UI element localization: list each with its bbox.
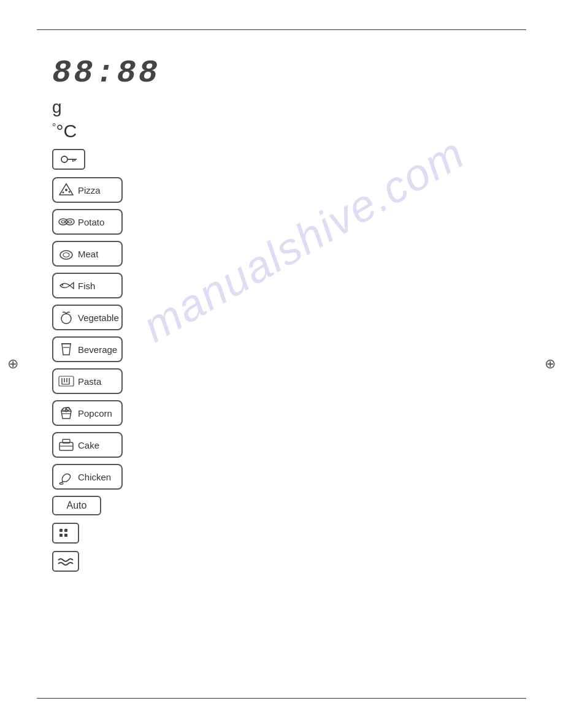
potato-icon <box>57 213 75 230</box>
watermark: manualshive.com <box>134 127 473 352</box>
svg-point-13 <box>63 253 69 257</box>
beverage-button[interactable]: Beverage <box>52 336 123 362</box>
pasta-button[interactable]: Pasta <box>52 368 123 394</box>
fish-label: Fish <box>78 281 95 291</box>
potato-button[interactable]: Potato <box>52 209 123 235</box>
svg-point-12 <box>60 251 72 259</box>
svg-point-9 <box>61 221 65 223</box>
popcorn-icon <box>57 404 75 422</box>
chicken-button[interactable]: Chicken <box>52 464 123 490</box>
key-lock-button[interactable] <box>52 149 85 170</box>
right-crosshair: ⊕ <box>545 356 556 372</box>
popcorn-button[interactable]: Popcorn <box>52 400 123 426</box>
wave-grill-icon <box>56 555 75 567</box>
pizza-icon <box>57 181 75 199</box>
potato-label: Potato <box>78 217 104 227</box>
svg-rect-39 <box>64 534 67 537</box>
cake-label: Cake <box>78 440 99 450</box>
svg-point-11 <box>68 221 72 223</box>
top-divider <box>37 29 526 30</box>
vegetable-label: Vegetable <box>78 313 119 323</box>
svg-rect-36 <box>59 529 63 532</box>
vegetable-icon <box>57 309 75 326</box>
fish-button[interactable]: Fish <box>52 273 123 298</box>
key-lock-icon <box>58 154 79 165</box>
meat-icon <box>57 245 75 262</box>
auto-button[interactable]: Auto <box>52 496 101 515</box>
svg-point-10 <box>66 219 74 225</box>
auto-label: Auto <box>67 500 87 511</box>
cake-button[interactable]: Cake <box>52 432 123 458</box>
chicken-label: Chicken <box>78 472 111 482</box>
clock-display: 88:88 <box>52 55 160 91</box>
fish-icon <box>57 277 75 294</box>
pasta-label: Pasta <box>78 376 101 387</box>
bottom-divider <box>37 698 526 699</box>
grid-icon-button[interactable] <box>52 523 79 544</box>
snowflake-grid-icon <box>57 526 74 540</box>
svg-point-1 <box>61 156 67 162</box>
svg-rect-38 <box>59 534 63 537</box>
svg-point-29 <box>65 409 67 412</box>
svg-point-5 <box>65 189 67 191</box>
wave-icon-button[interactable] <box>52 551 79 572</box>
cake-icon <box>57 436 75 453</box>
svg-rect-37 <box>64 529 67 532</box>
left-crosshair: ⊕ <box>7 356 18 372</box>
popcorn-label: Popcorn <box>78 408 112 419</box>
pizza-button[interactable]: Pizza <box>52 177 123 203</box>
svg-point-14 <box>62 284 63 286</box>
beverage-icon <box>57 341 75 358</box>
beverage-label: Beverage <box>78 344 117 355</box>
unit-g: g <box>52 97 160 117</box>
meat-button[interactable]: Meat <box>52 241 123 267</box>
unit-celsius: °°C <box>52 121 160 142</box>
svg-point-6 <box>63 192 64 194</box>
chicken-icon <box>57 468 75 485</box>
svg-point-7 <box>69 191 71 193</box>
meat-label: Meat <box>78 249 98 259</box>
vegetable-button[interactable]: Vegetable <box>52 305 123 330</box>
pizza-label: Pizza <box>78 185 101 195</box>
pasta-icon <box>57 373 75 390</box>
svg-point-15 <box>61 314 71 324</box>
